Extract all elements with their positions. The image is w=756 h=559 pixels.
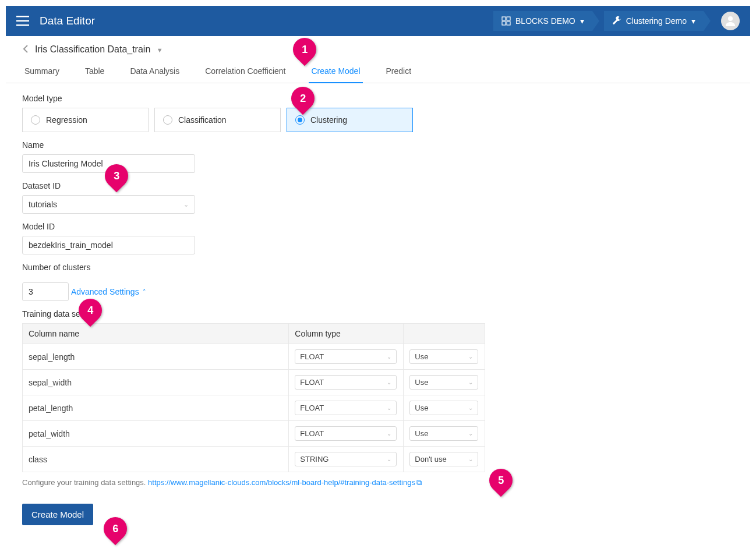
- svg-point-7: [728, 16, 733, 21]
- wrench-icon: [612, 16, 621, 26]
- training-data-table: Column name Column type sepal_length FLO…: [22, 323, 485, 472]
- chevron-down-icon: ⌄: [387, 379, 391, 385]
- caret-down-icon: ▾: [580, 16, 584, 26]
- tab-correlation[interactable]: Correlation Coefficient: [203, 61, 288, 83]
- select-value: tutorials: [29, 200, 57, 209]
- column-type-select[interactable]: FLOAT ⌄: [295, 375, 397, 390]
- breadcrumb-label: Clustering Demo: [626, 16, 687, 26]
- radio-label: Classification: [178, 115, 226, 125]
- radio-label: Regression: [46, 115, 87, 125]
- back-icon[interactable]: [22, 45, 29, 55]
- select-value: FLOAT: [300, 352, 324, 361]
- caret-down-icon: ▾: [691, 16, 695, 26]
- radio-classification[interactable]: Classification: [154, 108, 281, 132]
- use-select[interactable]: Use ⌄: [409, 426, 478, 441]
- breadcrumb-blocks-demo[interactable]: BLOCKS DEMO ▾: [493, 11, 592, 31]
- use-select[interactable]: Use ⌄: [409, 375, 478, 390]
- cell-column-name: class: [23, 447, 289, 472]
- num-clusters-input[interactable]: [22, 282, 69, 301]
- tab-predict[interactable]: Predict: [384, 61, 414, 83]
- svg-rect-5: [502, 22, 506, 25]
- use-select[interactable]: Use ⌄: [409, 401, 478, 415]
- tab-summary[interactable]: Summary: [22, 61, 62, 83]
- cell-column-name: sepal_length: [23, 344, 289, 370]
- num-clusters-label: Number of clusters: [22, 263, 734, 272]
- chevron-down-icon: ⌄: [468, 430, 473, 437]
- tab-table[interactable]: Table: [83, 61, 107, 83]
- column-type-select[interactable]: FLOAT ⌄: [295, 401, 397, 415]
- svg-rect-6: [507, 22, 510, 25]
- chevron-down-icon: ⌄: [387, 430, 391, 437]
- svg-rect-1: [16, 20, 29, 22]
- grid-icon: [501, 16, 511, 26]
- chevron-down-icon: ⌄: [387, 353, 391, 360]
- chevron-down-icon: ⌄: [468, 353, 473, 360]
- th-column-name: Column name: [23, 324, 289, 344]
- chevron-down-icon: ⌄: [387, 456, 391, 462]
- select-value: FLOAT: [300, 404, 324, 412]
- cell-column-name: sepal_width: [23, 370, 289, 395]
- breadcrumb-clustering-demo[interactable]: Clustering Demo ▾: [604, 11, 704, 31]
- name-label: Name: [22, 140, 734, 150]
- breadcrumb-label: BLOCKS DEMO: [515, 16, 575, 26]
- select-value: Use: [415, 404, 428, 412]
- cell-column-name: petal_length: [23, 395, 289, 421]
- chevron-down-icon: ⌄: [468, 456, 473, 462]
- pin-number: 1: [302, 44, 308, 56]
- page-title-text: Iris Classification Data_train: [35, 44, 150, 54]
- pin-number: 4: [87, 305, 93, 317]
- page-title[interactable]: Iris Classification Data_train ▼: [35, 44, 163, 55]
- advanced-settings-toggle[interactable]: Advanced Settings ˄: [71, 287, 146, 296]
- create-model-button[interactable]: Create Model: [22, 504, 93, 525]
- column-type-select[interactable]: FLOAT ⌄: [295, 426, 397, 441]
- advanced-label: Advanced Settings: [71, 287, 139, 296]
- svg-rect-3: [502, 17, 506, 20]
- pin-number: 5: [498, 475, 504, 487]
- radio-label: Clustering: [310, 115, 347, 125]
- radio-icon: [295, 115, 305, 125]
- model-id-input[interactable]: [22, 236, 195, 254]
- chevron-down-icon: ⌄: [387, 405, 391, 411]
- chevron-down-icon: ⌄: [468, 379, 473, 385]
- pin-number: 3: [114, 170, 119, 182]
- help-link[interactable]: https://www.magellanic-clouds.com/blocks…: [148, 478, 422, 487]
- app-title: Data Editor: [40, 15, 493, 27]
- chevron-down-icon: ⌄: [468, 405, 473, 411]
- tab-create-model[interactable]: Create Model: [309, 61, 362, 83]
- table-row: petal_length FLOAT ⌄ Use ⌄: [23, 395, 485, 421]
- user-icon: [723, 14, 737, 28]
- form-content: Model type Regression Classification Clu…: [6, 83, 750, 536]
- select-value: FLOAT: [300, 378, 324, 387]
- use-select[interactable]: Use ⌄: [409, 349, 478, 364]
- chevron-down-icon: ⌄: [183, 201, 189, 208]
- dataset-id-select[interactable]: tutorials ⌄: [22, 195, 195, 214]
- table-row: class STRING ⌄ Don't use ⌄: [23, 447, 485, 472]
- dataset-id-label: Dataset ID: [22, 181, 734, 190]
- svg-rect-2: [16, 24, 29, 26]
- select-value: FLOAT: [300, 429, 324, 438]
- radio-icon: [31, 115, 40, 125]
- table-row: sepal_width FLOAT ⌄ Use ⌄: [23, 370, 485, 395]
- use-select[interactable]: Don't use ⌄: [409, 452, 478, 466]
- help-text: Configure your training data settings. h…: [22, 478, 734, 487]
- column-type-select[interactable]: FLOAT ⌄: [295, 349, 397, 364]
- svg-rect-0: [16, 16, 29, 17]
- pin-number: 6: [112, 523, 118, 535]
- avatar[interactable]: [721, 12, 740, 30]
- radio-regression[interactable]: Regression: [22, 108, 149, 132]
- select-value: Use: [415, 429, 428, 438]
- th-column-type: Column type: [289, 324, 404, 344]
- app-header: Data Editor BLOCKS DEMO ▾ Clustering Dem…: [6, 6, 750, 36]
- external-link-icon: ⧉: [416, 478, 422, 487]
- select-value: STRING: [300, 455, 328, 464]
- radio-icon: [163, 115, 172, 125]
- dropdown-icon: ▼: [157, 47, 163, 54]
- svg-rect-4: [507, 17, 510, 20]
- select-value: Don't use: [415, 455, 447, 464]
- menu-icon[interactable]: [16, 16, 29, 26]
- tabs: Summary Table Data Analysis Correlation …: [6, 61, 750, 83]
- table-row: petal_width FLOAT ⌄ Use ⌄: [23, 421, 485, 447]
- column-type-select[interactable]: STRING ⌄: [295, 452, 397, 466]
- page-breadcrumb: Iris Classification Data_train ▼: [6, 36, 750, 61]
- tab-data-analysis[interactable]: Data Analysis: [128, 61, 182, 83]
